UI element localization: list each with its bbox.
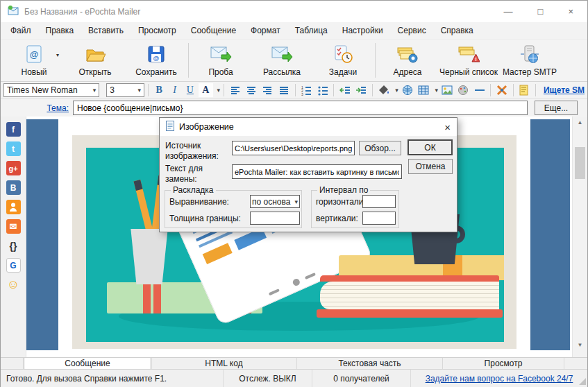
chevron-down-icon[interactable]: ▾: [217, 87, 221, 94]
more-button[interactable]: Еще...: [535, 101, 578, 115]
bullet-list-icon[interactable]: [315, 83, 330, 97]
chevron-down-icon[interactable]: ▾: [56, 52, 59, 58]
toolbar-separator: [188, 43, 189, 78]
outdent-icon[interactable]: [337, 83, 352, 97]
font-family-select[interactable]: Times New Roman ▾: [3, 83, 99, 97]
vertical-spacing-input[interactable]: [362, 212, 396, 225]
maximize-button[interactable]: □: [538, 6, 544, 17]
tab-preview[interactable]: Просмотр: [443, 358, 564, 369]
layout-group: Раскладка Выравнивание: по основа ▾ Толщ…: [165, 190, 302, 228]
horizontal-spacing-input[interactable]: [362, 195, 396, 208]
menu-message[interactable]: Сообщение: [191, 26, 236, 35]
odnoklassniki-icon[interactable]: [6, 200, 21, 214]
format-toolbar: Times New Roman ▾ 3 ▾ B I U A ▾ 123 ▾ ▾: [1, 82, 587, 99]
insert-image-icon[interactable]: [439, 83, 454, 97]
align-center-icon[interactable]: [244, 83, 258, 97]
status-recipients: 0 получателей: [312, 370, 410, 387]
alt-text-input[interactable]: [232, 164, 402, 179]
smtp-offer-link[interactable]: Ищете SM: [544, 85, 585, 95]
fill-color-icon[interactable]: [376, 83, 391, 97]
app-window: Без Названия - ePochta Mailer — □ × Файл…: [0, 0, 588, 387]
align-justify-icon[interactable]: [276, 83, 291, 97]
tab-text-part[interactable]: Текстовая часть: [297, 358, 443, 369]
align-left-icon[interactable]: [228, 83, 242, 97]
alignment-select[interactable]: по основа ▾: [250, 195, 300, 208]
alignment-label: Выравнивание:: [169, 197, 229, 207]
menu-format[interactable]: Формат: [251, 26, 280, 35]
vertical-scrollbar[interactable]: ▲ ▼: [572, 117, 587, 357]
scrollbar-thumb[interactable]: [575, 147, 585, 179]
hyperlink-globe-icon[interactable]: [400, 83, 414, 97]
underline-button[interactable]: U: [183, 83, 197, 97]
facebook-icon[interactable]: f: [6, 122, 21, 137]
horizontal-rule-icon[interactable]: [472, 83, 487, 97]
image-source-label: Источник изображения:: [165, 141, 230, 162]
ok-button[interactable]: ОК: [408, 139, 453, 155]
svg-text:!: !: [475, 55, 477, 62]
open-button[interactable]: Открыть: [65, 41, 126, 80]
menu-edit[interactable]: Правка: [46, 26, 74, 35]
font-color-button[interactable]: A: [199, 83, 212, 97]
tasks-button[interactable]: Задачи: [312, 41, 373, 80]
numbered-list-icon[interactable]: 123: [299, 83, 313, 97]
indent-icon[interactable]: [354, 83, 369, 97]
google-icon[interactable]: G: [6, 258, 21, 273]
subject-input[interactable]: [73, 101, 528, 115]
insert-table-icon[interactable]: [416, 83, 430, 97]
scroll-down-arrow[interactable]: ▼: [573, 339, 587, 350]
resize-grip[interactable]: [579, 378, 586, 385]
dialog-title-bar[interactable]: Изображение ×: [160, 118, 457, 136]
chevron-down-icon[interactable]: ▾: [435, 87, 439, 94]
align-right-icon[interactable]: [260, 83, 275, 97]
menu-bar: Файл Правка Вставить Просмотр Сообщение …: [1, 22, 587, 40]
scroll-up-arrow[interactable]: ▲: [573, 117, 587, 128]
vertical-spacing-label: вертикали:: [316, 214, 358, 224]
save-button[interactable]: @ Сохранить: [126, 41, 187, 80]
toolbar-separator: [375, 43, 376, 78]
italic-button[interactable]: I: [167, 83, 181, 97]
palette-icon[interactable]: [455, 83, 470, 97]
google-plus-icon[interactable]: g+: [6, 161, 21, 175]
new-message-button[interactable]: @ ▾ Новый: [3, 41, 65, 80]
html-source-icon[interactable]: [517, 83, 532, 97]
font-size-select[interactable]: 3 ▾: [106, 83, 144, 97]
send-campaign-button[interactable]: Рассылка: [251, 41, 312, 80]
cancel-button[interactable]: Отмена: [408, 159, 453, 174]
test-send-button[interactable]: Проба: [190, 41, 251, 80]
twitter-icon[interactable]: t: [6, 141, 21, 156]
border-width-input[interactable]: [250, 212, 300, 225]
app-icon: [8, 5, 19, 18]
status-tracking: Отслеж. ВЫКЛ: [223, 370, 312, 387]
subject-label[interactable]: Тема:: [1, 103, 73, 113]
save-floppy-icon: @: [146, 44, 166, 66]
facebook-support-link[interactable]: Задайте нам вопрос на Facebook 24/7: [426, 374, 573, 384]
menu-settings[interactable]: Настройки: [342, 26, 383, 35]
svg-text:@: @: [30, 49, 39, 60]
open-folder-icon: [85, 44, 106, 66]
mail-ru-icon[interactable]: ✉: [6, 219, 21, 234]
chevron-down-icon: ▾: [137, 87, 141, 94]
close-button[interactable]: ×: [568, 6, 573, 17]
addresses-button[interactable]: Адреса: [377, 41, 438, 80]
image-source-input[interactable]: [232, 141, 355, 155]
menu-file[interactable]: Файл: [10, 26, 31, 35]
chevron-down-icon[interactable]: ▾: [395, 87, 398, 94]
menu-service[interactable]: Сервис: [398, 26, 426, 35]
menu-help[interactable]: Справка: [441, 26, 473, 35]
spintax-icon[interactable]: {}: [6, 239, 21, 253]
menu-insert[interactable]: Вставить: [88, 26, 124, 35]
chevron-down-icon: ▾: [93, 87, 96, 94]
smtp-wizard-button[interactable]: Мастер SMTP: [499, 41, 560, 80]
tab-html-code[interactable]: HTML код: [151, 358, 297, 369]
dialog-close-icon[interactable]: ×: [444, 121, 451, 133]
bold-button[interactable]: B: [152, 83, 166, 97]
minimize-button[interactable]: —: [504, 6, 513, 17]
emoticon-icon[interactable]: ☺: [6, 277, 21, 292]
tab-message[interactable]: Сообщение: [24, 358, 151, 369]
vkontakte-icon[interactable]: В: [6, 180, 21, 195]
menu-view[interactable]: Просмотр: [138, 26, 176, 35]
menu-table[interactable]: Таблица: [295, 26, 328, 35]
blacklist-button[interactable]: ! Черный список: [438, 41, 499, 80]
browse-button[interactable]: Обзор...: [359, 141, 401, 155]
spam-check-icon[interactable]: [494, 83, 509, 97]
